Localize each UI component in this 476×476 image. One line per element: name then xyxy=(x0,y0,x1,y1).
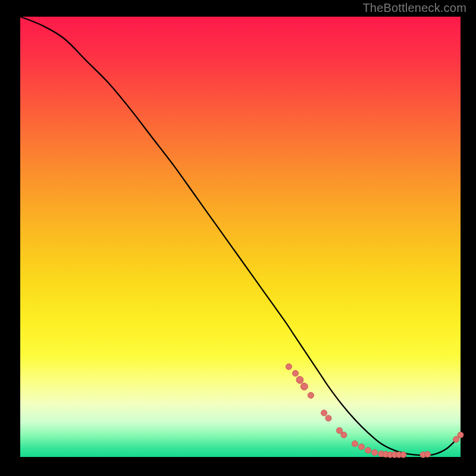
data-marker xyxy=(286,364,292,369)
data-marker xyxy=(308,392,314,398)
data-markers xyxy=(286,364,464,458)
watermark-text: TheBottleneck.com xyxy=(362,1,466,15)
data-marker xyxy=(325,415,331,421)
data-marker xyxy=(337,428,343,434)
data-marker xyxy=(352,441,358,447)
chart-svg xyxy=(20,17,461,457)
data-marker xyxy=(453,436,459,442)
data-marker xyxy=(458,432,464,438)
plot-area xyxy=(20,17,461,457)
data-marker xyxy=(359,444,365,450)
data-marker xyxy=(365,447,371,453)
bottleneck-curve xyxy=(20,17,461,455)
data-marker xyxy=(372,450,378,456)
data-marker xyxy=(400,452,406,458)
data-marker xyxy=(300,383,308,390)
data-marker xyxy=(296,377,303,384)
data-marker xyxy=(293,370,299,376)
chart-frame: TheBottleneck.com xyxy=(0,0,476,476)
data-marker xyxy=(341,432,347,438)
data-marker xyxy=(321,410,327,416)
data-marker xyxy=(425,452,431,458)
